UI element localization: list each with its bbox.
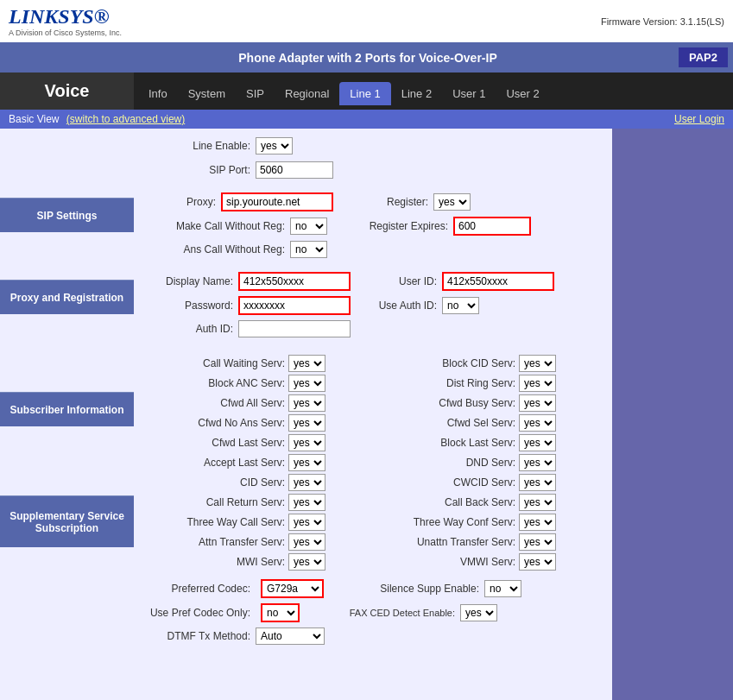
block-last-select[interactable]: yesno: [519, 434, 556, 451]
use-pref-codec-select[interactable]: no yes: [261, 603, 300, 622]
cfwd-last-label: Cfwd Last Serv:: [147, 437, 285, 449]
service-row: Three Way Call Serv: yesno: [147, 514, 369, 531]
device-name: PAP2: [679, 47, 728, 67]
password-input[interactable]: [238, 296, 351, 315]
dtmf-select[interactable]: Auto InBand AVT INFO: [256, 627, 325, 645]
service-row: Block CID Serv: yesno: [377, 355, 599, 372]
sidebar-sip-settings[interactable]: SIP Settings: [0, 198, 134, 232]
cfwd-last-select[interactable]: yesno: [288, 434, 325, 451]
division-text: A Division of Cisco Systems, Inc.: [9, 28, 122, 37]
device-title: Phone Adapter with 2 Ports for Voice-Ove…: [238, 51, 497, 65]
accept-last-select[interactable]: yesno: [288, 454, 325, 471]
basic-view-label: Basic View: [9, 113, 59, 125]
dnd-label: DND Serv:: [377, 457, 515, 469]
cfwd-busy-select[interactable]: yesno: [519, 394, 556, 412]
sidebar-proxy-registration[interactable]: Proxy and Registration: [0, 280, 134, 314]
service-row: Unattn Transfer Serv: yesno: [377, 533, 599, 551]
cwcid-select[interactable]: yesno: [519, 474, 556, 491]
service-row: Cfwd No Ans Serv: yesno: [147, 414, 369, 432]
use-auth-select[interactable]: no yes: [442, 297, 479, 314]
auth-id-input[interactable]: [238, 320, 351, 337]
proxy-input[interactable]: [221, 192, 333, 211]
line-enable-label: Line Enable:: [147, 140, 250, 152]
service-row: Accept Last Serv: yesno: [147, 454, 369, 471]
user-id-input[interactable]: [442, 272, 554, 291]
user-login-link[interactable]: User Login: [674, 113, 724, 125]
make-call-select[interactable]: no yes: [290, 218, 327, 235]
use-auth-label: Use Auth ID:: [368, 300, 437, 312]
preferred-codec-select[interactable]: G711u G711a G726-16 G726-24 G726-32 G726…: [261, 579, 324, 598]
call-back-select[interactable]: yesno: [519, 494, 556, 511]
register-expires-label: Register Expires:: [344, 220, 448, 232]
tab-sip[interactable]: SIP: [236, 82, 275, 105]
cid-label: CID Serv:: [147, 476, 285, 489]
right-panel: CISCO SYSTEMS: [612, 129, 733, 700]
three-way-call-label: Three Way Call Serv:: [147, 516, 285, 528]
service-row: Call Waiting Serv: yesno: [147, 355, 369, 372]
tab-system[interactable]: System: [178, 82, 236, 105]
voice-title: Voice: [0, 73, 134, 110]
sip-port-input[interactable]: 5060: [256, 161, 333, 179]
tab-user1[interactable]: User 1: [442, 82, 496, 105]
service-row: Call Back Serv: yesno: [377, 494, 599, 511]
sidebar-subscriber-info[interactable]: Subscriber Information: [0, 392, 134, 426]
vmwi-select[interactable]: yesno: [519, 553, 556, 571]
switch-view-link[interactable]: (switch to advanced view): [66, 113, 185, 125]
dist-ring-select[interactable]: yesno: [519, 375, 556, 392]
register-label: Register:: [351, 196, 428, 208]
tab-regional[interactable]: Regional: [275, 82, 339, 105]
block-cid-select[interactable]: yesno: [519, 355, 556, 372]
service-row: Block Last Serv: yesno: [377, 434, 599, 451]
block-anc-select[interactable]: yesno: [288, 375, 325, 392]
register-select[interactable]: yes no: [433, 193, 471, 211]
mwi-select[interactable]: yesno: [288, 553, 325, 571]
cid-select[interactable]: yesno: [288, 474, 325, 491]
preferred-codec-group: Preferred Codec: G711u G711a G726-16 G72…: [147, 579, 324, 598]
dnd-select[interactable]: yesno: [519, 454, 556, 471]
main-layout: SIP Settings Proxy and Registration Subs…: [0, 129, 733, 700]
make-call-label: Make Call Without Reg:: [147, 220, 285, 232]
proxy-label: Proxy:: [147, 196, 216, 208]
display-name-group: Display Name:: [147, 272, 351, 291]
dist-ring-label: Dist Ring Serv:: [377, 377, 515, 389]
tab-info[interactable]: Info: [138, 82, 178, 105]
fax-ced-select[interactable]: yes no: [460, 604, 497, 621]
call-waiting-select[interactable]: yesno: [288, 355, 325, 372]
nav-container: Voice Info System SIP Regional Line 1 Li…: [0, 73, 733, 110]
register-expires-group: Register Expires:: [344, 217, 531, 236]
line-enable-row: Line Enable: yes no: [147, 137, 599, 155]
register-expires-input[interactable]: [453, 217, 531, 236]
call-back-label: Call Back Serv:: [377, 496, 515, 508]
user-id-group: User ID:: [368, 272, 554, 291]
attn-transfer-select[interactable]: yesno: [288, 533, 325, 551]
tab-line2[interactable]: Line 2: [391, 82, 442, 105]
tab-user2[interactable]: User 2: [496, 82, 549, 105]
service-row: DND Serv: yesno: [377, 454, 599, 471]
make-call-group: Make Call Without Reg: no yes: [147, 218, 327, 235]
proxy-group: Proxy:: [147, 192, 333, 211]
password-useauth-row: Password: Use Auth ID: no yes: [147, 296, 599, 315]
display-name-input[interactable]: [238, 272, 351, 291]
cfwd-no-ans-select[interactable]: yesno: [288, 414, 325, 432]
vmwi-label: VMWI Serv:: [377, 556, 515, 568]
services-grid: Call Waiting Serv: yesno Block CID Serv:…: [147, 355, 599, 571]
three-way-call-select[interactable]: yesno: [288, 514, 325, 531]
ans-call-row: Ans Call Without Reg: no yes: [147, 241, 599, 258]
mwi-label: MWI Serv:: [147, 556, 285, 568]
call-return-select[interactable]: yesno: [288, 494, 325, 511]
cfwd-sel-select[interactable]: yesno: [519, 414, 556, 432]
ans-call-select[interactable]: no yes: [290, 241, 327, 258]
block-cid-label: Block CID Serv:: [377, 357, 515, 369]
preferred-codec-label: Preferred Codec:: [147, 583, 250, 595]
three-way-conf-select[interactable]: yesno: [519, 514, 556, 531]
unattn-transfer-select[interactable]: yesno: [519, 533, 556, 551]
service-row: Call Return Serv: yesno: [147, 494, 369, 511]
tab-line1[interactable]: Line 1: [339, 82, 390, 105]
sidebar: SIP Settings Proxy and Registration Subs…: [0, 129, 134, 700]
top-bar: Phone Adapter with 2 Ports for Voice-Ove…: [0, 42, 733, 73]
silence-supp-select[interactable]: no yes: [484, 580, 521, 597]
sip-port-row: SIP Port: 5060: [147, 161, 599, 179]
line-enable-select[interactable]: yes no: [256, 137, 293, 155]
cfwd-all-select[interactable]: yesno: [288, 394, 325, 412]
sidebar-supplementary[interactable]: Supplementary Service Subscription: [0, 495, 134, 547]
